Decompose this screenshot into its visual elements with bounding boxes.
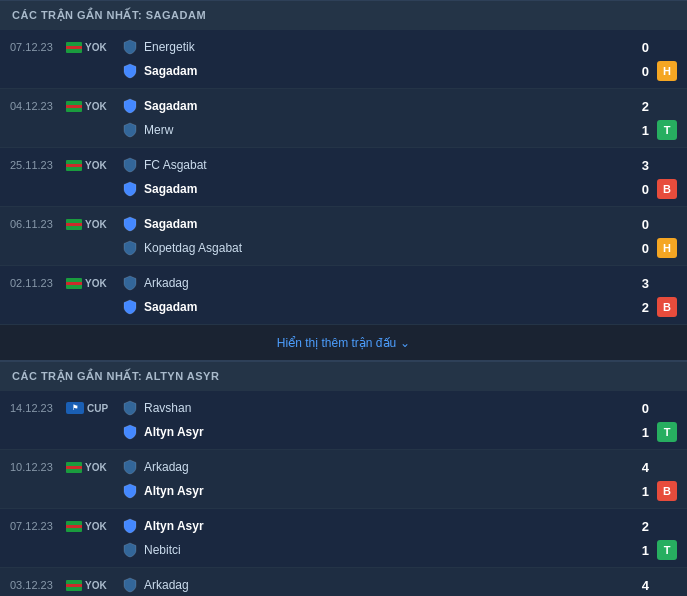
score1: 3: [627, 158, 657, 173]
score2: 0: [627, 241, 657, 256]
match-date: 06.11.23: [10, 218, 66, 230]
tm-flag-icon: [66, 462, 82, 473]
score2: 1: [627, 425, 657, 440]
team1-name: Sagadam: [144, 99, 197, 113]
team1-col: Ravshan: [118, 400, 627, 416]
match-pair: 04.12.23 YOK Sagadam 2: [0, 89, 687, 148]
match-pair: 07.12.23 YOK Altyn Asyr 2: [0, 509, 687, 568]
altyn-matches-list: 14.12.23 ⚑ CUP Ravshan 0: [0, 391, 687, 596]
comp-label: YOK: [85, 160, 107, 171]
match-date: 10.12.23: [10, 461, 66, 473]
team2-name: Sagadam: [144, 182, 197, 196]
team1-name: Arkadag: [144, 276, 189, 290]
score2: 1: [627, 543, 657, 558]
tm-flag-icon: [66, 521, 82, 532]
score1: 0: [627, 217, 657, 232]
cup-flag-icon: ⚑: [66, 402, 84, 414]
team2-name: Merw: [144, 123, 173, 137]
team2-col: Kopetdag Asgabat: [118, 240, 627, 256]
altyn-header: CÁC TRẬN GẦN NHẤT: ALTYN ASYR: [0, 361, 687, 391]
team1-name: FC Asgabat: [144, 158, 207, 172]
tm-flag-icon: [66, 580, 82, 591]
team2-icon: [122, 424, 138, 440]
score2: 1: [627, 484, 657, 499]
score2: 0: [627, 182, 657, 197]
competition-col: YOK: [66, 101, 118, 112]
team2-name: Nebitci: [144, 543, 181, 557]
match-date: 07.12.23: [10, 520, 66, 532]
team1-icon: [122, 39, 138, 55]
team2-col: Merw: [118, 122, 627, 138]
match-date: 02.11.23: [10, 277, 66, 289]
score1: 4: [627, 460, 657, 475]
score1: 0: [627, 40, 657, 55]
team1-col: Arkadag: [118, 577, 627, 593]
team1-name: Ravshan: [144, 401, 191, 415]
team1-icon: [122, 518, 138, 534]
match-date: 07.12.23: [10, 41, 66, 53]
team1-icon: [122, 98, 138, 114]
sagadam-matches-list: 07.12.23 YOK Energetik 0: [0, 30, 687, 325]
result-badge: T: [657, 540, 677, 560]
comp-label: CUP: [87, 403, 108, 414]
match-date: 03.12.23: [10, 579, 66, 591]
team1-icon: [122, 459, 138, 475]
sagadam-header: CÁC TRẬN GẦN NHẤT: SAGADAM: [0, 0, 687, 30]
team2-icon: [122, 483, 138, 499]
team2-icon: [122, 63, 138, 79]
score2: 2: [627, 300, 657, 315]
competition-col: YOK: [66, 580, 118, 591]
competition-col: YOK: [66, 462, 118, 473]
show-more-button[interactable]: Hiển thị thêm trận đấu ⌄: [277, 336, 410, 350]
team1-icon: [122, 400, 138, 416]
team1-col: Arkadag: [118, 459, 627, 475]
score2: 0: [627, 64, 657, 79]
match-date: 04.12.23: [10, 100, 66, 112]
match-pair: 25.11.23 YOK FC Asgabat 3: [0, 148, 687, 207]
result-badge: H: [657, 61, 677, 81]
tm-flag-icon: [66, 42, 82, 53]
competition-col: ⚑ CUP: [66, 402, 118, 414]
team1-icon: [122, 216, 138, 232]
team2-icon: [122, 240, 138, 256]
comp-label: YOK: [85, 278, 107, 289]
competition-col: YOK: [66, 42, 118, 53]
comp-label: YOK: [85, 42, 107, 53]
show-more-container: Hiển thị thêm trận đấu ⌄: [0, 325, 687, 361]
score1: 4: [627, 578, 657, 593]
score2: 1: [627, 123, 657, 138]
tm-flag-icon: [66, 160, 82, 171]
comp-label: YOK: [85, 521, 107, 532]
team1-col: FC Asgabat: [118, 157, 627, 173]
result-badge: T: [657, 422, 677, 442]
result-badge: T: [657, 120, 677, 140]
comp-label: YOK: [85, 219, 107, 230]
match-pair: 07.12.23 YOK Energetik 0: [0, 30, 687, 89]
team2-name: Sagadam: [144, 300, 197, 314]
match-pair: 10.12.23 YOK Arkadag 4: [0, 450, 687, 509]
team2-col: Altyn Asyr: [118, 424, 627, 440]
result-badge: B: [657, 179, 677, 199]
team1-col: Arkadag: [118, 275, 627, 291]
team1-col: Sagadam: [118, 216, 627, 232]
competition-col: YOK: [66, 278, 118, 289]
match-pair: 02.11.23 YOK Arkadag 3: [0, 266, 687, 325]
altyn-section: CÁC TRẬN GẦN NHẤT: ALTYN ASYR 14.12.23 ⚑…: [0, 361, 687, 596]
match-pair: 14.12.23 ⚑ CUP Ravshan 0: [0, 391, 687, 450]
score1: 2: [627, 519, 657, 534]
team2-col: Sagadam: [118, 299, 627, 315]
team1-icon: [122, 275, 138, 291]
team1-icon: [122, 577, 138, 593]
team2-col: Sagadam: [118, 63, 627, 79]
team1-name: Sagadam: [144, 217, 197, 231]
competition-col: YOK: [66, 219, 118, 230]
team2-name: Altyn Asyr: [144, 425, 204, 439]
team2-icon: [122, 299, 138, 315]
team1-col: Altyn Asyr: [118, 518, 627, 534]
match-date: 14.12.23: [10, 402, 66, 414]
team1-name: Energetik: [144, 40, 195, 54]
match-date: 25.11.23: [10, 159, 66, 171]
team2-icon: [122, 542, 138, 558]
team2-col: Sagadam: [118, 181, 627, 197]
score1: 0: [627, 401, 657, 416]
